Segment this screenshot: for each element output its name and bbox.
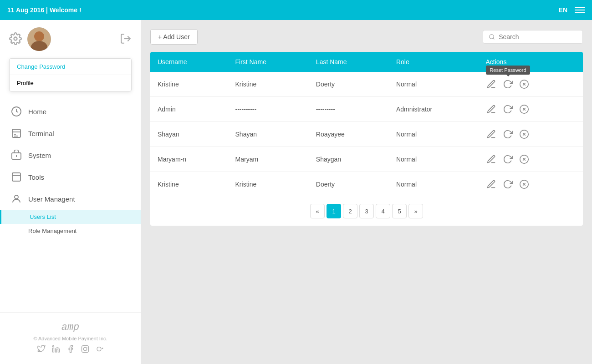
cell-username: Maryam-n (150, 147, 228, 172)
users-table: Username First Name Last Name Role Actio… (150, 52, 583, 197)
main-content: + Add User Username First Name Last Name… (141, 20, 592, 364)
actions-cell: Reset Password (485, 78, 576, 90)
delete-icon[interactable] (518, 153, 530, 165)
delete-icon[interactable] (518, 103, 530, 115)
cell-firstname: Maryam (228, 147, 309, 172)
svg-rect-14 (12, 173, 20, 181)
topbar: 11 Aug 2016 | Welcome ! EN (0, 0, 592, 20)
table-row: Kristine Kristine Doerty Normal (150, 72, 583, 97)
add-user-button[interactable]: + Add User (150, 29, 198, 45)
topbar-date-welcome: 11 Aug 2016 | Welcome ! (7, 6, 82, 14)
google-plus-icon[interactable] (95, 345, 105, 355)
page-5-button[interactable]: 5 (392, 204, 407, 218)
reset-password-icon[interactable] (502, 103, 514, 115)
actions-cell (485, 178, 576, 190)
table-body: Kristine Kristine Doerty Normal (150, 72, 583, 197)
sidebar-nav: Home Terminal System (0, 97, 141, 312)
svg-point-16 (15, 195, 18, 199)
sidebar-footer: amp © Advanced Mobile Payment Inc. (0, 312, 141, 364)
edit-icon[interactable] (485, 178, 497, 190)
delete-icon[interactable] (518, 178, 530, 190)
search-icon (489, 33, 495, 40)
avatar (27, 27, 51, 51)
page-4-button[interactable]: 4 (376, 204, 390, 218)
reset-password-icon[interactable] (502, 128, 514, 140)
twitter-icon[interactable] (36, 345, 46, 355)
reset-password-icon[interactable] (502, 178, 514, 190)
search-box (483, 30, 583, 44)
edit-icon[interactable] (485, 128, 497, 140)
user-dropdown-menu: Change Password Profile (9, 58, 132, 91)
cell-username: Shayan (150, 122, 228, 147)
social-icons (9, 345, 132, 355)
edit-icon[interactable] (485, 153, 497, 165)
main-header: + Add User (150, 29, 583, 45)
sidebar-item-user-management-label: User Managent (28, 195, 75, 203)
svg-rect-19 (82, 346, 88, 353)
cell-role: Normal (389, 122, 479, 147)
change-password-item[interactable]: Change Password (10, 59, 131, 75)
sidebar-item-home-label: Home (28, 108, 46, 116)
cell-firstname: Kristine (228, 72, 309, 97)
gear-icon[interactable] (9, 32, 22, 46)
table-row: Maryam-n Maryam Shaygan Normal (150, 147, 583, 172)
cell-actions (478, 172, 583, 197)
cell-role: Normal (389, 172, 479, 197)
svg-line-24 (493, 38, 495, 40)
cell-actions: Reset Password (478, 72, 583, 97)
reset-password-icon[interactable]: Reset Password (502, 78, 514, 90)
delete-icon[interactable] (518, 78, 530, 90)
page-1-button[interactable]: 1 (327, 204, 341, 218)
profile-item[interactable]: Profile (10, 75, 131, 91)
logout-icon[interactable] (120, 33, 132, 46)
cell-lastname: Shaygan (309, 147, 389, 172)
svg-rect-17 (52, 348, 54, 352)
sidebar-sub-users-list[interactable]: Users List (0, 210, 141, 224)
edit-icon[interactable] (485, 78, 497, 90)
sidebar-item-user-management[interactable]: User Managent (0, 188, 141, 210)
copyright-text: © Advanced Mobile Payment Inc. (9, 336, 132, 341)
users-table-wrapper: Username First Name Last Name Role Actio… (150, 52, 583, 226)
col-lastname: Last Name (309, 52, 389, 72)
svg-point-0 (14, 37, 17, 40)
search-input[interactable] (499, 33, 577, 40)
svg-point-22 (97, 347, 101, 351)
reset-password-icon[interactable] (502, 153, 514, 165)
cell-firstname: Shayan (228, 122, 309, 147)
actions-cell (485, 128, 576, 140)
sidebar: Change Password Profile Home (0, 20, 141, 364)
facebook-icon[interactable] (66, 345, 76, 355)
pagination: « 1 2 3 4 5 » (150, 197, 583, 226)
cell-firstname: Kristine (228, 172, 309, 197)
linkedin-icon[interactable] (51, 345, 61, 355)
instagram-icon[interactable] (80, 345, 90, 355)
cell-actions (478, 122, 583, 147)
cell-username: Admin (150, 97, 228, 122)
actions-cell (485, 153, 576, 165)
sidebar-item-terminal[interactable]: Terminal (0, 122, 141, 144)
edit-icon[interactable] (485, 103, 497, 115)
sidebar-item-system[interactable]: System (0, 144, 141, 166)
page-prev-button[interactable]: « (310, 204, 325, 218)
delete-icon[interactable] (518, 128, 530, 140)
sidebar-sub-role-management[interactable]: Role Management (0, 224, 141, 238)
sidebar-item-tools[interactable]: Tools (0, 166, 141, 188)
svg-point-20 (83, 347, 87, 351)
page-2-button[interactable]: 2 (343, 204, 357, 218)
col-firstname: First Name (228, 52, 309, 72)
cell-role: Normal (389, 147, 479, 172)
svg-point-21 (87, 347, 87, 348)
page-3-button[interactable]: 3 (359, 204, 374, 218)
hamburger-menu[interactable] (575, 7, 585, 13)
cell-firstname: ---------- (228, 97, 309, 122)
reset-password-tooltip: Reset Password (486, 66, 530, 75)
cell-username: Kristine (150, 72, 228, 97)
svg-point-23 (490, 35, 494, 39)
col-role: Role (389, 52, 479, 72)
page-next-button[interactable]: » (408, 204, 423, 218)
cell-lastname: Doerty (309, 72, 389, 97)
sidebar-item-home[interactable]: Home (0, 101, 141, 122)
svg-point-18 (52, 346, 54, 347)
actions-cell (485, 103, 576, 115)
sidebar-sub-nav: Users List Role Management (0, 210, 141, 238)
